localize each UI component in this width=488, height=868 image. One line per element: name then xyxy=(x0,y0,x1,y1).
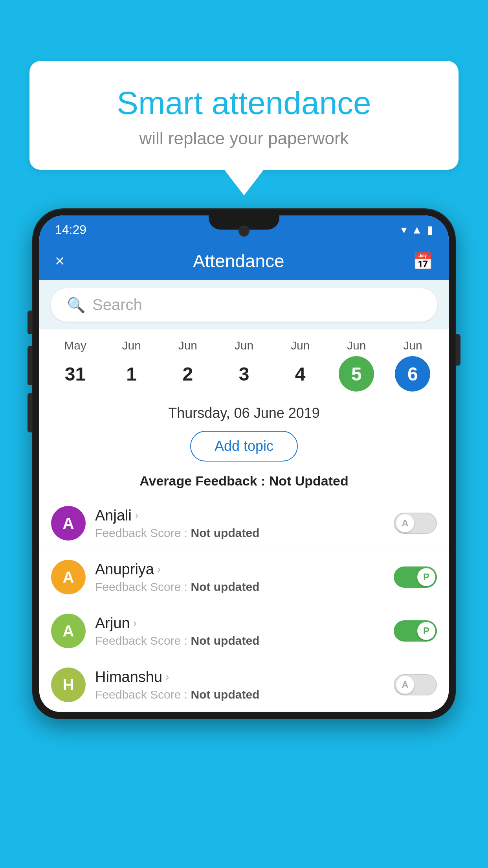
selected-date-area: Thursday, 06 June 2019 xyxy=(39,395,449,427)
cal-month-label: Jun xyxy=(122,339,141,352)
attendance-toggle[interactable]: P xyxy=(394,566,437,588)
app-bar: × Attendance 📅 xyxy=(39,242,449,280)
status-time: 14:29 xyxy=(55,223,86,237)
cal-day-number: 3 xyxy=(226,356,262,392)
attendance-toggle[interactable]: P xyxy=(394,620,437,642)
student-feedback: Feedback Score : Not updated xyxy=(95,526,384,540)
chevron-right-icon: › xyxy=(133,617,137,629)
student-name: Anjali › xyxy=(95,507,384,524)
calendar-day-1[interactable]: Jun1 xyxy=(110,339,153,392)
speech-bubble-arrow xyxy=(224,170,264,195)
avg-feedback: Average Feedback : Not Updated xyxy=(39,469,449,497)
speech-bubble: Smart attendance will replace your paper… xyxy=(29,61,459,170)
calendar-day-6[interactable]: Jun6 xyxy=(391,339,434,392)
search-placeholder: Search xyxy=(92,296,142,314)
power-button xyxy=(456,334,460,366)
chevron-right-icon: › xyxy=(165,671,169,683)
student-avatar: A xyxy=(51,614,86,648)
student-list: AAnjali ›Feedback Score : Not updatedAAA… xyxy=(39,497,449,712)
status-icons: ▾ ▲ ▮ xyxy=(401,223,433,236)
cal-month-label: Jun xyxy=(178,339,197,352)
speech-bubble-subtitle: will replace your paperwork xyxy=(61,129,427,148)
app-bar-title: Attendance xyxy=(193,250,284,272)
selected-date-text: Thursday, 06 June 2019 xyxy=(168,405,320,421)
add-topic-container: Add topic xyxy=(39,427,449,469)
attendance-toggle[interactable]: A xyxy=(394,513,437,534)
toggle-thumb: A xyxy=(396,514,414,532)
avg-feedback-value: Not Updated xyxy=(269,473,349,488)
search-bar-container: 🔍 Search xyxy=(39,280,449,329)
cal-day-number: 6 xyxy=(395,356,430,392)
student-item[interactable]: AAnjali ›Feedback Score : Not updatedA xyxy=(39,497,449,550)
add-topic-button[interactable]: Add topic xyxy=(190,431,298,462)
cal-day-number: 1 xyxy=(114,356,149,392)
mute-button xyxy=(28,311,32,334)
close-button[interactable]: × xyxy=(55,252,65,270)
student-item[interactable]: HHimanshu ›Feedback Score : Not updatedA xyxy=(39,658,449,712)
calendar-day-4[interactable]: Jun4 xyxy=(279,339,322,392)
calendar-day-3[interactable]: Jun3 xyxy=(222,339,266,392)
cal-month-label: Jun xyxy=(347,339,366,352)
battery-icon: ▮ xyxy=(427,223,433,236)
volume-down-button xyxy=(28,393,32,432)
toggle-thumb: P xyxy=(417,622,435,640)
cal-day-number: 5 xyxy=(339,356,374,392)
signal-icon: ▲ xyxy=(411,224,422,236)
student-avatar: A xyxy=(51,560,86,594)
cal-month-label: Jun xyxy=(291,339,310,352)
calendar-icon[interactable]: 📅 xyxy=(413,252,433,271)
student-item[interactable]: AArjun ›Feedback Score : Not updatedP xyxy=(39,604,449,658)
calendar-day-2[interactable]: Jun2 xyxy=(166,339,209,392)
search-bar[interactable]: 🔍 Search xyxy=(51,288,437,322)
volume-up-button xyxy=(28,346,32,385)
student-info: Anjali ›Feedback Score : Not updated xyxy=(95,507,384,540)
toggle-thumb: P xyxy=(417,568,435,586)
speech-bubble-title: Smart attendance xyxy=(61,85,427,121)
student-feedback: Feedback Score : Not updated xyxy=(95,580,384,594)
calendar-day-5[interactable]: Jun5 xyxy=(335,339,378,392)
chevron-right-icon: › xyxy=(157,563,161,576)
student-info: Himanshu ›Feedback Score : Not updated xyxy=(95,669,384,701)
cal-month-label: Jun xyxy=(403,339,422,352)
student-name: Anupriya › xyxy=(95,561,384,578)
student-info: Arjun ›Feedback Score : Not updated xyxy=(95,615,384,647)
attendance-toggle[interactable]: A xyxy=(394,674,437,695)
student-name: Arjun › xyxy=(95,615,384,632)
student-name: Himanshu › xyxy=(95,669,384,686)
speech-bubble-container: Smart attendance will replace your paper… xyxy=(29,61,459,195)
phone-screen: 14:29 ▾ ▲ ▮ × Attendance 📅 🔍 Search xyxy=(39,215,449,712)
student-feedback: Feedback Score : Not updated xyxy=(95,688,384,701)
cal-month-label: May xyxy=(64,339,86,352)
avg-feedback-label: Average Feedback : xyxy=(139,473,269,488)
phone-notch xyxy=(209,215,279,230)
student-avatar: H xyxy=(51,668,86,702)
cal-month-label: Jun xyxy=(235,339,253,352)
calendar-day-31[interactable]: May31 xyxy=(54,339,97,392)
student-info: Anupriya ›Feedback Score : Not updated xyxy=(95,561,384,594)
toggle-thumb: A xyxy=(396,676,414,694)
phone-outer: 14:29 ▾ ▲ ▮ × Attendance 📅 🔍 Search xyxy=(32,208,456,719)
search-icon: 🔍 xyxy=(67,296,85,314)
cal-day-number: 2 xyxy=(170,356,205,392)
front-camera xyxy=(238,226,250,237)
cal-day-number: 31 xyxy=(58,356,93,392)
student-item[interactable]: AAnupriya ›Feedback Score : Not updatedP xyxy=(39,550,449,604)
phone: 14:29 ▾ ▲ ▮ × Attendance 📅 🔍 Search xyxy=(32,208,456,868)
cal-day-number: 4 xyxy=(283,356,318,392)
wifi-icon: ▾ xyxy=(401,223,407,236)
chevron-right-icon: › xyxy=(135,509,138,522)
student-avatar: A xyxy=(51,506,86,541)
student-feedback: Feedback Score : Not updated xyxy=(95,634,384,647)
calendar-strip: May31Jun1Jun2Jun3Jun4Jun5Jun6 xyxy=(39,329,449,395)
